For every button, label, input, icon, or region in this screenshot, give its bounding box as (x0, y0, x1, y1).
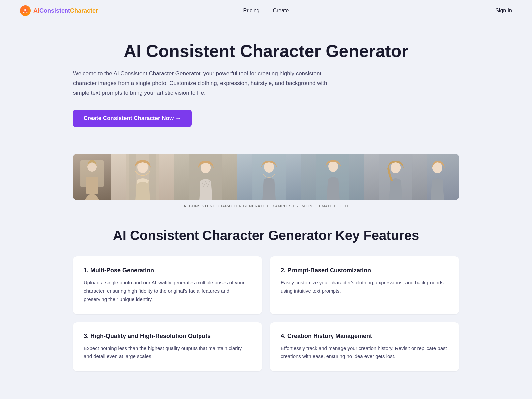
gallery-image-7 (427, 154, 459, 200)
navbar: AIConsistentCharacter Pricing Create Sig… (0, 0, 532, 21)
feature-4-title: 4. Creation History Management (281, 333, 448, 340)
svg-point-1 (24, 9, 26, 11)
features-section: AI Consistent Character Generator Key Fe… (53, 228, 479, 391)
cta-button[interactable]: Create Consistent Character Now → (73, 110, 192, 127)
nav-pricing[interactable]: Pricing (243, 8, 260, 14)
hero-description: Welcome to the AI Consistent Character G… (73, 69, 339, 98)
feature-card-1: 1. Multi-Pose Generation Upload a single… (73, 256, 262, 314)
nav-create[interactable]: Create (273, 8, 289, 14)
feature-2-title: 2. Prompt-Based Customization (281, 267, 448, 274)
feature-1-title: 1. Multi-Pose Generation (84, 267, 251, 274)
logo-text-ai: AI (33, 7, 39, 14)
gallery-image-4 (237, 154, 301, 200)
signin-button[interactable]: Sign In (495, 8, 512, 14)
features-title: AI Consistent Character Generator Key Fe… (73, 228, 459, 243)
feature-1-desc: Upload a single photo and our AI swiftly… (84, 279, 251, 303)
feature-3-desc: Expect nothing less than the highest qua… (84, 344, 251, 361)
gallery-image-1 (73, 154, 111, 200)
features-grid: 1. Multi-Pose Generation Upload a single… (73, 256, 459, 371)
nav-links: Pricing Create (243, 8, 289, 14)
gallery-image-3 (174, 154, 237, 200)
feature-card-3: 3. High-Quality and High-Resolution Outp… (73, 322, 262, 372)
logo-text-consistent: Consistent (39, 7, 70, 14)
gallery-strip (73, 154, 459, 200)
svg-point-16 (391, 162, 401, 173)
feature-card-4: 4. Creation History Management Effortles… (270, 322, 459, 372)
svg-rect-4 (86, 177, 98, 194)
gallery-caption: AI CONSISTENT CHARACTER GENERATED EXAMPL… (73, 204, 459, 208)
logo[interactable]: AIConsistentCharacter (20, 5, 98, 16)
gallery-image-5 (301, 154, 364, 200)
logo-icon (20, 5, 31, 16)
hero-section: AI Consistent Character Generator Welcom… (53, 21, 479, 140)
feature-card-2: 2. Prompt-Based Customization Easily cus… (270, 256, 459, 314)
page-title: AI Consistent Character Generator (73, 41, 459, 61)
svg-rect-7 (149, 154, 156, 200)
svg-rect-6 (129, 154, 136, 200)
gallery-image-2 (111, 154, 174, 200)
feature-3-title: 3. High-Quality and High-Resolution Outp… (84, 333, 251, 340)
gallery-image-6 (364, 154, 427, 200)
gallery-section: AI CONSISTENT CHARACTER GENERATED EXAMPL… (53, 154, 479, 208)
feature-2-desc: Easily customize your character's clothi… (281, 279, 448, 295)
logo-text-character: Character (70, 7, 98, 14)
feature-4-desc: Effortlessly track and manage your creat… (281, 344, 448, 361)
